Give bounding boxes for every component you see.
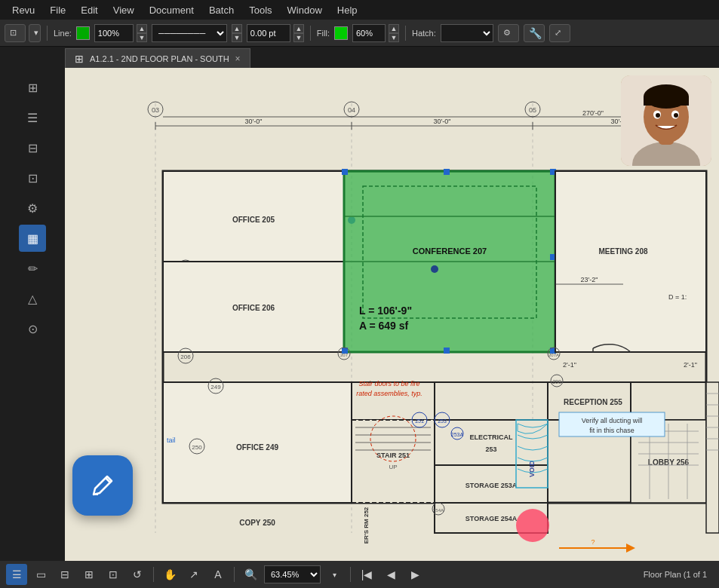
first-page-button[interactable]: |◀ (356, 564, 377, 585)
svg-text:253A: 253A (451, 432, 464, 437)
line-width-up[interactable]: ▲ (293, 24, 304, 33)
next-page-button[interactable]: ▶ (404, 564, 426, 585)
zoom-out-button[interactable]: 🔍 (240, 564, 261, 585)
fill-label: Fill: (317, 29, 330, 38)
sidebar-icon-pages[interactable]: ☰ (19, 104, 46, 131)
line-width-down[interactable]: ▼ (293, 33, 304, 42)
canvas-area[interactable]: 03 04 05 30'-0" 30'-0" 30'-0" 270'-0" (65, 68, 719, 561)
line-width-input[interactable] (247, 24, 290, 42)
left-sidebar: ⊞ ☰ ⊟ ⊡ ⚙ ▦ ✏ △ ⊙ (0, 68, 65, 561)
svg-point-39 (431, 265, 438, 273)
two-page-button[interactable]: ⊟ (54, 564, 75, 585)
hatch-label: Hatch: (412, 29, 436, 38)
fill-opacity-input[interactable] (352, 24, 386, 42)
sidebar-icon-measurements[interactable]: ▦ (19, 225, 46, 252)
profile-photo (621, 75, 711, 166)
tool-select-button[interactable]: ⊡ (5, 24, 26, 42)
line-style-up[interactable]: ▲ (232, 24, 242, 33)
toolbar-sep-1 (47, 26, 48, 41)
edit-tool-icon[interactable] (72, 455, 133, 516)
text-tool-button[interactable]: A (207, 564, 229, 585)
svg-rect-71 (435, 420, 548, 465)
svg-text:05: 05 (529, 106, 536, 114)
line-style-select[interactable]: ──────── - - - - - (152, 24, 227, 42)
svg-text:Verify all ducting will: Verify all ducting will (582, 417, 643, 424)
single-page-button[interactable]: ▭ (30, 564, 51, 585)
line-style-down[interactable]: ▼ (232, 33, 242, 42)
bottom-sep-1 (153, 567, 154, 582)
svg-text:ELECTRICAL: ELECTRICAL (470, 433, 513, 441)
menu-batch[interactable]: Batch (203, 3, 240, 17)
menu-file[interactable]: File (44, 3, 72, 17)
zoom-up-button[interactable]: ▲ (137, 24, 147, 33)
menu-revu[interactable]: Revu (6, 3, 41, 17)
menu-window[interactable]: Window (281, 3, 328, 17)
hatch-select[interactable] (441, 24, 493, 42)
svg-text:30'-0": 30'-0" (245, 118, 263, 125)
svg-text:L = 106'-9": L = 106'-9" (359, 305, 412, 317)
sidebar-icon-markups[interactable]: ⊡ (19, 164, 46, 191)
tool-selector-group: ⊡ ▾ (5, 24, 41, 42)
fill-opacity-up[interactable]: ▲ (389, 24, 399, 33)
zoom-in-button[interactable]: ▾ (324, 564, 345, 585)
list-view-button[interactable]: ☰ (6, 564, 27, 585)
zoom-input[interactable] (94, 24, 134, 42)
fill-opacity-down[interactable]: ▼ (389, 33, 399, 42)
svg-text:206: 206 (180, 354, 191, 360)
svg-text:23'-2": 23'-2" (581, 276, 598, 283)
continuous-page-button[interactable]: ⊞ (78, 564, 100, 585)
hand-tool-button[interactable]: ✋ (159, 564, 180, 585)
menu-tools[interactable]: Tools (243, 3, 278, 17)
tool-dropdown-button[interactable]: ▾ (29, 24, 41, 42)
rotate-button[interactable]: ↺ (127, 564, 148, 585)
sidebar-icon-search[interactable]: ⊙ (19, 315, 46, 342)
tab-bar: ⊞ A1.2.1 - 2ND FLOOR PLAN - SOUTH × (0, 47, 719, 68)
svg-point-110 (516, 509, 549, 542)
sidebar-icon-pen[interactable]: ✏ (19, 255, 46, 282)
hatch-settings-button[interactable]: ⚙ (498, 24, 519, 42)
zoom-spinbox: ▲ ▼ (94, 24, 147, 42)
sidebar-icon-properties[interactable]: ⚙ (19, 194, 46, 222)
svg-text:2'-1": 2'-1" (563, 361, 576, 369)
menu-document[interactable]: Document (143, 3, 200, 17)
toolbar-sep-3 (405, 26, 406, 41)
menu-edit[interactable]: Edit (75, 3, 103, 17)
svg-text:OFFICE 205: OFFICE 205 (232, 216, 275, 224)
line-color-swatch[interactable] (76, 26, 90, 40)
svg-rect-78 (163, 382, 352, 503)
menu-help[interactable]: Help (331, 3, 364, 17)
svg-text:ER'S RM 252: ER'S RM 252 (363, 507, 370, 544)
toolbar-sep-2 (310, 26, 311, 41)
svg-text:MEETING 208: MEETING 208 (598, 247, 647, 256)
zoom-level-select[interactable]: 63.45% 50% 75% 100% 150% (264, 565, 321, 583)
svg-point-137 (656, 113, 660, 118)
svg-rect-45 (444, 348, 450, 354)
tab-label: A1.2.1 - 2ND FLOOR PLAN - SOUTH (90, 54, 229, 63)
svg-rect-40 (342, 169, 348, 175)
menu-view[interactable]: View (107, 3, 140, 17)
svg-text:UP: UP (389, 464, 397, 470)
sidebar-icon-shapes[interactable]: △ (19, 285, 46, 312)
svg-text:RECEPTION 255: RECEPTION 255 (564, 398, 622, 406)
zoom-down-button[interactable]: ▼ (137, 33, 147, 42)
sidebar-icon-thumbnails[interactable]: ⊟ (19, 134, 46, 161)
svg-text:254A: 254A (433, 508, 444, 513)
fill-color-swatch[interactable] (334, 26, 348, 40)
svg-text:208: 208 (552, 379, 561, 384)
svg-text:04: 04 (348, 106, 355, 114)
prev-page-button[interactable]: ◀ (380, 564, 401, 585)
calibrate-button[interactable]: 🔧 (524, 24, 545, 42)
select-tool-button[interactable]: ↗ (183, 564, 204, 585)
svg-text:249: 249 (210, 384, 221, 390)
svg-rect-44 (444, 169, 450, 175)
line-width-group: ▲ ▼ (247, 24, 304, 42)
fit-page-button[interactable]: ⊡ (103, 564, 124, 585)
svg-text:270'-0": 270'-0" (582, 109, 604, 117)
svg-text:CONFERENCE 207: CONFERENCE 207 (413, 247, 487, 256)
fill-opacity-group: ▲ ▼ (352, 24, 399, 42)
svg-text:tail: tail (167, 436, 176, 444)
expand-button[interactable]: ⤢ (549, 24, 570, 42)
tab-close-button[interactable]: × (235, 54, 241, 64)
sidebar-icon-layers[interactable]: ⊞ (19, 74, 46, 101)
document-tab[interactable]: ⊞ A1.2.1 - 2ND FLOOR PLAN - SOUTH × (65, 48, 250, 68)
